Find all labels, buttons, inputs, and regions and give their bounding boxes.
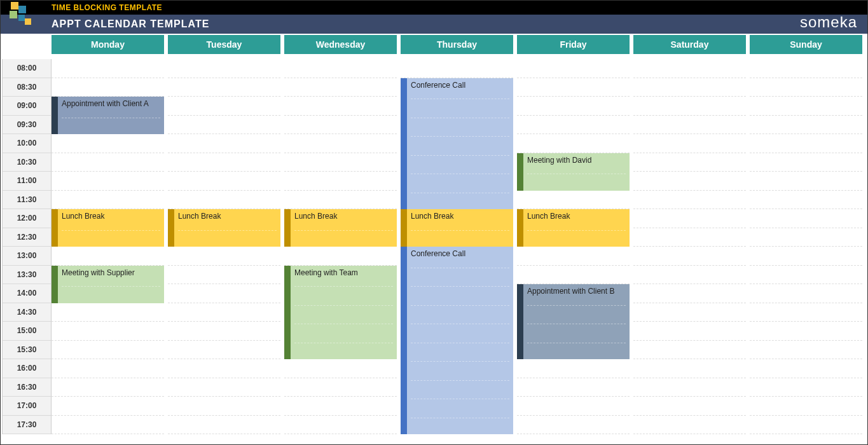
time-slot[interactable]: [168, 322, 280, 341]
time-slot[interactable]: [517, 266, 630, 285]
calendar-event[interactable]: Conference Call: [401, 247, 513, 434]
time-slot[interactable]: [517, 116, 630, 135]
time-slot[interactable]: [633, 397, 746, 416]
time-slot[interactable]: [284, 153, 397, 172]
time-slot[interactable]: [168, 341, 280, 360]
time-slot[interactable]: [52, 341, 164, 360]
time-slot[interactable]: [633, 97, 746, 116]
time-slot[interactable]: [633, 359, 746, 378]
time-slot[interactable]: [52, 78, 164, 97]
time-slot[interactable]: [284, 59, 397, 78]
time-slot[interactable]: [52, 322, 164, 341]
time-slot[interactable]: [168, 78, 280, 97]
time-slot[interactable]: [750, 209, 862, 228]
time-slot[interactable]: [750, 284, 862, 303]
time-slot[interactable]: [750, 266, 862, 285]
time-slot[interactable]: [168, 116, 280, 135]
time-slot[interactable]: [750, 303, 862, 322]
time-slot[interactable]: [168, 284, 280, 303]
time-slot[interactable]: [750, 172, 862, 191]
time-slot[interactable]: [517, 247, 630, 266]
time-slot[interactable]: [633, 172, 746, 191]
time-slot[interactable]: [633, 191, 746, 210]
time-slot[interactable]: [750, 97, 862, 116]
calendar-event[interactable]: Meeting with Supplier: [52, 266, 164, 303]
time-slot[interactable]: [633, 284, 746, 303]
time-slot[interactable]: [284, 247, 397, 266]
time-slot[interactable]: [168, 247, 280, 266]
time-slot[interactable]: [284, 359, 397, 378]
time-slot[interactable]: [633, 78, 746, 97]
time-slot[interactable]: [750, 378, 862, 397]
time-slot[interactable]: [52, 172, 164, 191]
time-slot[interactable]: [52, 134, 164, 153]
calendar-event[interactable]: Meeting with David: [517, 153, 630, 191]
time-slot[interactable]: [284, 134, 397, 153]
time-slot[interactable]: [517, 134, 630, 153]
time-slot[interactable]: [517, 416, 630, 435]
time-slot[interactable]: [168, 134, 280, 153]
calendar-event[interactable]: Lunch Break: [401, 209, 513, 247]
time-slot[interactable]: [168, 153, 280, 172]
time-slot[interactable]: [633, 59, 746, 78]
calendar-event[interactable]: Appointment with Client B: [517, 284, 630, 359]
time-slot[interactable]: [517, 191, 630, 210]
time-slot[interactable]: [633, 209, 746, 228]
time-slot[interactable]: [284, 78, 397, 97]
time-slot[interactable]: [52, 378, 164, 397]
time-slot[interactable]: [750, 191, 862, 210]
time-slot[interactable]: [633, 266, 746, 285]
time-slot[interactable]: [633, 153, 746, 172]
calendar-event[interactable]: Lunch Break: [52, 209, 164, 247]
time-slot[interactable]: [168, 303, 280, 322]
time-slot[interactable]: [401, 59, 513, 78]
time-slot[interactable]: [168, 97, 280, 116]
time-slot[interactable]: [750, 59, 862, 78]
time-slot[interactable]: [52, 191, 164, 210]
time-slot[interactable]: [633, 416, 746, 435]
time-slot[interactable]: [52, 247, 164, 266]
time-slot[interactable]: [750, 134, 862, 153]
time-slot[interactable]: [750, 359, 862, 378]
calendar-event[interactable]: Lunch Break: [517, 209, 630, 247]
time-slot[interactable]: [750, 153, 862, 172]
time-slot[interactable]: [633, 341, 746, 360]
time-slot[interactable]: [284, 416, 397, 435]
time-slot[interactable]: [633, 322, 746, 341]
time-slot[interactable]: [52, 359, 164, 378]
time-slot[interactable]: [168, 397, 280, 416]
calendar-event[interactable]: Meeting with Team: [284, 266, 397, 360]
time-slot[interactable]: [750, 322, 862, 341]
time-slot[interactable]: [52, 416, 164, 435]
time-slot[interactable]: [633, 247, 746, 266]
time-slot[interactable]: [633, 303, 746, 322]
time-slot[interactable]: [633, 116, 746, 135]
time-slot[interactable]: [168, 266, 280, 285]
time-slot[interactable]: [284, 397, 397, 416]
time-slot[interactable]: [517, 97, 630, 116]
time-slot[interactable]: [633, 228, 746, 247]
calendar-event[interactable]: Lunch Break: [284, 209, 397, 247]
time-slot[interactable]: [52, 153, 164, 172]
time-slot[interactable]: [633, 134, 746, 153]
time-slot[interactable]: [168, 59, 280, 78]
calendar-event[interactable]: Conference Call: [401, 78, 513, 210]
time-slot[interactable]: [52, 303, 164, 322]
time-slot[interactable]: [750, 78, 862, 97]
calendar-event[interactable]: Appointment with Client A: [52, 97, 164, 134]
time-slot[interactable]: [750, 341, 862, 360]
time-slot[interactable]: [284, 191, 397, 210]
time-slot[interactable]: [750, 116, 862, 135]
time-slot[interactable]: [517, 78, 630, 97]
time-slot[interactable]: [168, 359, 280, 378]
time-slot[interactable]: [284, 116, 397, 135]
time-slot[interactable]: [52, 397, 164, 416]
time-slot[interactable]: [517, 59, 630, 78]
time-slot[interactable]: [517, 378, 630, 397]
time-slot[interactable]: [750, 397, 862, 416]
time-slot[interactable]: [168, 172, 280, 191]
time-slot[interactable]: [284, 172, 397, 191]
time-slot[interactable]: [750, 228, 862, 247]
time-slot[interactable]: [750, 416, 862, 435]
time-slot[interactable]: [517, 397, 630, 416]
